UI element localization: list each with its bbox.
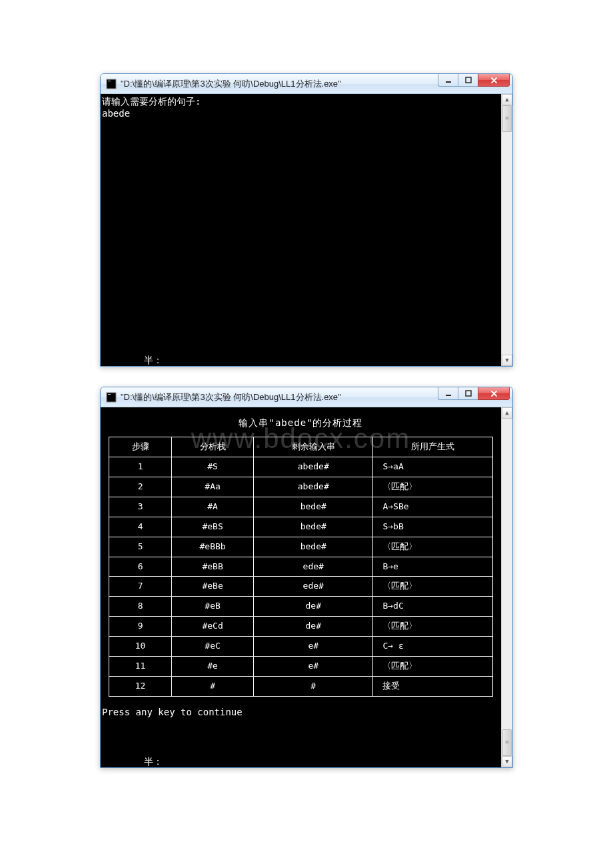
table-row: 4#eBSbede#S→bB xyxy=(109,517,493,537)
cell-remain: bede# xyxy=(254,517,373,537)
window-controls xyxy=(438,387,510,400)
ime-indicator: 半： xyxy=(144,354,163,366)
scroll-thumb[interactable] xyxy=(502,105,512,132)
cell-remain: bede# xyxy=(254,537,373,557)
cell-remain: abede# xyxy=(254,477,373,497)
cell-step: 3 xyxy=(109,497,172,517)
cell-step: 4 xyxy=(109,517,172,537)
cell-remain: ede# xyxy=(254,557,373,577)
cell-remain: e# xyxy=(254,656,373,676)
maximize-button[interactable] xyxy=(458,73,478,87)
cell-prod: S→bB xyxy=(373,517,493,537)
table-row: 3#Abede#A→SBe xyxy=(109,497,493,517)
cell-step: 2 xyxy=(109,477,172,497)
cell-stack: #A xyxy=(172,497,254,517)
col-production: 所用产生式 xyxy=(373,437,493,457)
svg-rect-3 xyxy=(466,77,471,83)
user-input: abede xyxy=(102,108,130,119)
table-row: 1#Sabede#S→aA xyxy=(109,457,493,477)
analysis-table: 步骤 分析栈 剩余输入串 所用产生式 1#Sabede#S→aA2#Aaabed… xyxy=(109,437,493,697)
cell-stack: #eBBb xyxy=(172,537,254,557)
analysis-title: 输入串"abede"的分析过程 xyxy=(101,407,501,433)
scroll-down-button[interactable]: ▼ xyxy=(502,355,512,366)
console-output[interactable]: 请输入需要分析的句子: abede 半： xyxy=(101,94,501,366)
svg-rect-1 xyxy=(108,81,111,81)
window-title: "D:\懂的\编译原理\第3次实验 何昉\Debug\LL1分析法.exe" xyxy=(121,391,438,403)
app-icon xyxy=(106,79,117,89)
maximize-button[interactable] xyxy=(458,387,478,400)
cell-step: 7 xyxy=(109,577,172,597)
svg-rect-6 xyxy=(446,395,451,396)
cell-prod: 〈匹配〉 xyxy=(373,577,493,597)
vertical-scrollbar[interactable]: ▲ ▼ xyxy=(501,407,512,767)
cell-stack: #eCd xyxy=(172,617,254,637)
window-controls xyxy=(438,73,510,87)
svg-rect-2 xyxy=(446,81,451,83)
cell-remain: de# xyxy=(254,597,373,617)
cell-stack: # xyxy=(172,676,254,696)
scroll-track[interactable] xyxy=(502,419,512,756)
cell-stack: #eC xyxy=(172,637,254,657)
cell-step: 5 xyxy=(109,537,172,557)
svg-rect-7 xyxy=(466,391,471,396)
close-button[interactable] xyxy=(478,387,510,400)
cell-prod: S→aA xyxy=(373,457,493,477)
col-step: 步骤 xyxy=(109,437,172,457)
cell-prod: 〈匹配〉 xyxy=(373,477,493,497)
table-row: 11#ee#〈匹配〉 xyxy=(109,656,493,676)
window-title: "D:\懂的\编译原理\第3次实验 何昉\Debug\LL1分析法.exe" xyxy=(121,78,438,90)
cell-step: 9 xyxy=(109,617,172,637)
scroll-track[interactable] xyxy=(502,105,512,355)
cell-remain: abede# xyxy=(254,457,373,477)
cell-step: 6 xyxy=(109,557,172,577)
table-row: 8#eBde#B→dC xyxy=(109,597,493,617)
cell-remain: e# xyxy=(254,637,373,657)
cell-prod: C→ ε xyxy=(373,637,493,657)
cell-stack: #eBe xyxy=(172,577,254,597)
table-row: 2#Aaabede#〈匹配〉 xyxy=(109,477,493,497)
console-window-2: "D:\懂的\编译原理\第3次实验 何昉\Debug\LL1分析法.exe" w… xyxy=(100,387,513,768)
cell-remain: bede# xyxy=(254,497,373,517)
titlebar[interactable]: "D:\懂的\编译原理\第3次实验 何昉\Debug\LL1分析法.exe" xyxy=(101,74,512,94)
cell-prod: 〈匹配〉 xyxy=(373,656,493,676)
cell-prod: 〈匹配〉 xyxy=(373,537,493,557)
cell-stack: #e xyxy=(172,656,254,676)
table-row: 10#eCe#C→ ε xyxy=(109,637,493,657)
prompt-text: 请输入需要分析的句子: xyxy=(102,96,201,107)
minimize-button[interactable] xyxy=(438,387,458,400)
cell-step: 12 xyxy=(109,676,172,696)
cell-prod: 〈匹配〉 xyxy=(373,617,493,637)
cell-remain: ede# xyxy=(254,577,373,597)
cell-stack: #eBS xyxy=(172,517,254,537)
vertical-scrollbar[interactable]: ▲ ▼ xyxy=(501,94,512,366)
scroll-up-button[interactable]: ▲ xyxy=(502,94,512,105)
scroll-thumb[interactable] xyxy=(502,729,512,756)
table-header-row: 步骤 分析栈 剩余输入串 所用产生式 xyxy=(109,437,493,457)
cell-stack: #eBB xyxy=(172,557,254,577)
table-row: 12##接受 xyxy=(109,676,493,696)
cell-step: 11 xyxy=(109,656,172,676)
cell-remain: de# xyxy=(254,617,373,637)
ime-indicator: 半： xyxy=(144,755,163,767)
col-stack: 分析栈 xyxy=(172,437,254,457)
console-body: 请输入需要分析的句子: abede 半： ▲ ▼ xyxy=(101,94,512,366)
cell-stack: #S xyxy=(172,457,254,477)
console-window-1: "D:\懂的\编译原理\第3次实验 何昉\Debug\LL1分析法.exe" 请… xyxy=(100,73,513,367)
close-button[interactable] xyxy=(478,73,510,87)
cell-stack: #Aa xyxy=(172,477,254,497)
press-any-key: Press any key to continue xyxy=(101,702,501,719)
table-row: 5#eBBbbede#〈匹配〉 xyxy=(109,537,493,557)
table-row: 6#eBBede#B→e xyxy=(109,557,493,577)
cell-stack: #eB xyxy=(172,597,254,617)
col-remain: 剩余输入串 xyxy=(254,437,373,457)
cell-prod: B→e xyxy=(373,557,493,577)
svg-rect-5 xyxy=(108,394,111,395)
titlebar[interactable]: "D:\懂的\编译原理\第3次实验 何昉\Debug\LL1分析法.exe" xyxy=(101,387,512,407)
scroll-up-button[interactable]: ▲ xyxy=(502,407,512,419)
cell-prod: B→dC xyxy=(373,597,493,617)
console-output[interactable]: www.bdocx.com 输入串"abede"的分析过程 步骤 分析栈 剩余输… xyxy=(101,407,501,767)
cell-remain: # xyxy=(254,676,373,696)
minimize-button[interactable] xyxy=(438,73,458,87)
cell-step: 8 xyxy=(109,597,172,617)
scroll-down-button[interactable]: ▼ xyxy=(502,756,512,767)
